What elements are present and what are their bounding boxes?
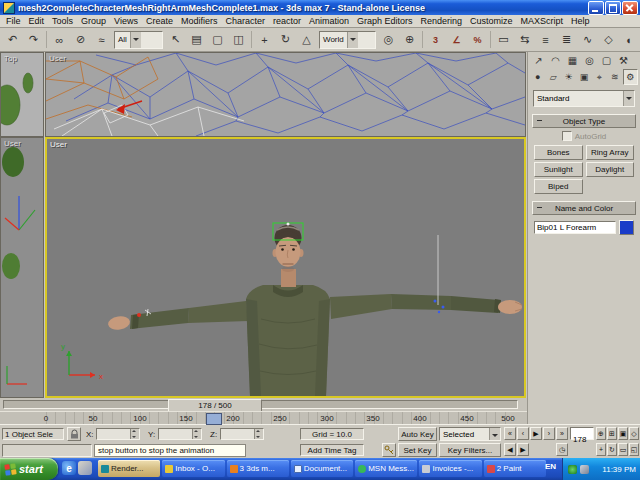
angle-snap-toggle-icon[interactable]: ∠ (446, 29, 467, 50)
sunlight-button[interactable]: Sunlight (534, 162, 583, 177)
layer-manager-icon[interactable]: ≣ (556, 29, 577, 50)
viewport-left-user[interactable]: User (0, 137, 44, 398)
ring-array-button[interactable]: Ring Array (586, 145, 635, 160)
task-paint[interactable]: 2 Paint (484, 460, 546, 477)
percent-snap-toggle-icon[interactable]: % (467, 29, 488, 50)
app-icon[interactable] (3, 2, 15, 14)
tab-modify-icon[interactable]: ◠ (547, 53, 564, 68)
curve-editor-icon[interactable]: ∿ (577, 29, 598, 50)
rollout-name-and-color[interactable]: Name and Color (532, 201, 636, 215)
y-coordinate-field[interactable] (158, 428, 202, 440)
previous-key-button[interactable]: ◀ (504, 443, 516, 456)
x-spinner[interactable] (130, 429, 139, 439)
select-by-name-icon[interactable]: ▤ (186, 29, 207, 50)
viewport-top[interactable]: Top (0, 52, 44, 137)
z-spinner[interactable] (254, 429, 263, 439)
tray-volume-icon[interactable] (580, 465, 589, 474)
zoom-all-button[interactable]: ⊞ (607, 427, 617, 440)
select-and-rotate-icon[interactable]: ↻ (275, 29, 296, 50)
named-selection-sets-icon[interactable]: ▭ (493, 29, 514, 50)
taskbar-clock[interactable]: 11:39 PM (602, 465, 640, 474)
schematic-view-icon[interactable]: ◇ (598, 29, 619, 50)
category-geometry-icon[interactable]: ● (530, 69, 545, 85)
task-document[interactable]: Document... (291, 460, 353, 477)
viewport-main-label[interactable]: User (50, 140, 67, 149)
select-object-icon[interactable]: ↖ (165, 29, 186, 50)
select-and-move-icon[interactable]: + (254, 29, 275, 50)
category-space-warps-icon[interactable]: ≋ (607, 69, 622, 85)
menu-customize[interactable]: Customize (466, 15, 517, 27)
tab-utilities-icon[interactable]: ⚒ (615, 53, 632, 68)
go-to-start-button[interactable]: « (504, 427, 516, 440)
category-cameras-icon[interactable]: ▣ (576, 69, 591, 85)
viewport-main-canvas[interactable]: x y (47, 139, 524, 396)
time-configuration-button[interactable]: ◷ (556, 443, 568, 456)
viewport-wireframe-label[interactable]: User (49, 54, 66, 63)
arc-rotate-button[interactable]: ↻ (607, 443, 617, 456)
align-icon[interactable]: ≡ (535, 29, 556, 50)
unlink-selection-icon[interactable]: ⊘ (70, 29, 91, 50)
category-lights-icon[interactable]: ☀ (561, 69, 576, 85)
next-key-button[interactable]: ▶ (517, 443, 529, 456)
auto-key-button[interactable]: Auto Key (398, 427, 437, 441)
menu-rendering[interactable]: Rendering (417, 15, 467, 27)
y-spinner[interactable] (192, 429, 201, 439)
mirror-icon[interactable]: ⇆ (514, 29, 535, 50)
rollout-object-type[interactable]: Object Type (532, 114, 636, 128)
task-3ds-max-group[interactable]: 3 3ds m... (227, 460, 289, 477)
z-coordinate-field[interactable] (220, 428, 264, 440)
menu-character[interactable]: Character (221, 15, 269, 27)
zoom-button[interactable]: ⊕ (596, 427, 606, 440)
snaps-toggle-icon[interactable]: 3 (425, 29, 446, 50)
viewport-top-canvas[interactable] (1, 53, 43, 136)
menu-maxscript[interactable]: MAXScript (517, 15, 568, 27)
selection-lock-button[interactable] (67, 427, 81, 441)
quick-launch-desktop-icon[interactable] (78, 461, 92, 475)
menu-help[interactable]: Help (567, 15, 594, 27)
tab-create-icon[interactable]: ↗ (530, 53, 547, 68)
key-filters-button[interactable]: Key Filters... (439, 443, 501, 457)
object-color-swatch[interactable] (619, 220, 634, 235)
minimize-button[interactable] (588, 1, 604, 15)
rectangular-selection-icon[interactable]: ▢ (207, 29, 228, 50)
object-name-field[interactable] (534, 221, 616, 234)
tab-motion-icon[interactable]: ◎ (581, 53, 598, 68)
task-inbox-outlook[interactable]: Inbox - O... (162, 460, 224, 477)
daylight-button[interactable]: Daylight (586, 162, 635, 177)
start-button[interactable]: start (0, 458, 58, 480)
maximize-button[interactable] (605, 1, 621, 15)
select-and-manipulate-icon[interactable]: ⊕ (399, 29, 420, 50)
category-systems-icon[interactable]: ⚙ (623, 69, 638, 85)
set-keys-button[interactable] (382, 443, 396, 457)
x-coordinate-field[interactable] (96, 428, 140, 440)
use-pivot-point-center-icon[interactable]: ◎ (378, 29, 399, 50)
undo-icon[interactable]: ↶ (2, 29, 23, 50)
menu-modifiers[interactable]: Modifiers (177, 15, 222, 27)
autogrid-checkbox[interactable] (562, 131, 572, 141)
close-button[interactable] (622, 1, 638, 15)
selection-filter-dropdown[interactable]: All (114, 31, 163, 49)
tray-shield-icon[interactable] (568, 465, 577, 474)
previous-frame-button[interactable]: ‹ (517, 427, 529, 440)
select-and-link-icon[interactable]: ∞ (49, 29, 70, 50)
language-indicator[interactable]: EN (545, 462, 556, 471)
task-invoices[interactable]: Invoices -... (419, 460, 481, 477)
viewport-wireframe-user[interactable]: User (45, 52, 526, 137)
bones-button[interactable]: Bones (534, 145, 583, 160)
menu-views[interactable]: Views (110, 15, 142, 27)
menu-tools[interactable]: Tools (48, 15, 77, 27)
viewport-left-user-label[interactable]: User (4, 139, 21, 148)
reference-coordinate-system-dropdown[interactable]: World (319, 31, 376, 49)
track-bar[interactable]: 0 50 100 150 200 250 300 350 400 450 500 (0, 411, 527, 424)
biped-button[interactable]: Biped (534, 179, 583, 194)
menu-file[interactable]: File (2, 15, 25, 27)
quick-launch-ie-icon[interactable]: e (62, 461, 76, 475)
pan-button[interactable]: + (596, 443, 606, 456)
menu-graph-editors[interactable]: Graph Editors (353, 15, 417, 27)
add-time-tag[interactable]: Add Time Tag (300, 444, 364, 456)
category-helpers-icon[interactable]: ⌖ (592, 69, 607, 85)
task-msn-messenger[interactable]: MSN Mess... (355, 460, 417, 477)
redo-icon[interactable]: ↷ (23, 29, 44, 50)
viewport-left-user-canvas[interactable] (1, 138, 43, 397)
key-mode-dropdown[interactable]: Selected (439, 427, 501, 441)
